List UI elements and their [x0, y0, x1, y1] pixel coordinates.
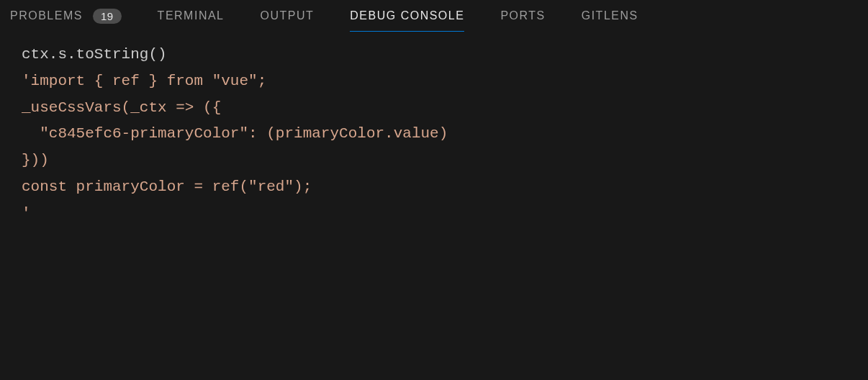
panel-tabs-bar: PROBLEMS 19 TERMINAL OUTPUT DEBUG CONSOL…: [0, 0, 868, 32]
tab-output[interactable]: OUTPUT: [261, 0, 315, 32]
tab-ports[interactable]: PORTS: [500, 0, 545, 32]
tab-terminal[interactable]: TERMINAL: [158, 0, 225, 32]
tab-debug-console[interactable]: DEBUG CONSOLE: [350, 0, 464, 32]
console-output-line: ': [22, 201, 846, 227]
debug-console-content[interactable]: ctx.s.toString() 'import { ref } from "v…: [0, 32, 868, 237]
console-output-line: _useCssVars(_ctx => ({: [22, 95, 846, 122]
tab-ports-label: PORTS: [500, 9, 545, 22]
tab-gitlens-label: GITLENS: [582, 9, 638, 22]
tab-output-label: OUTPUT: [261, 9, 315, 22]
console-input-expression: ctx.s.toString(): [22, 42, 846, 68]
console-output-line: 'import { ref } from "vue";: [22, 68, 846, 95]
console-output-line: })): [22, 148, 846, 174]
console-output-block: 'import { ref } from "vue"; _useCssVars(…: [22, 68, 846, 227]
tab-gitlens[interactable]: GITLENS: [582, 0, 638, 32]
problems-count-badge: 19: [93, 9, 122, 24]
console-output-line: const primaryColor = ref("red");: [22, 174, 846, 201]
tab-problems-label: PROBLEMS: [10, 9, 83, 22]
tab-debug-console-label: DEBUG CONSOLE: [350, 9, 464, 22]
console-output-line: "c845efc6-primaryColor": (primaryColor.v…: [22, 121, 846, 148]
tab-terminal-label: TERMINAL: [158, 9, 225, 22]
tab-problems[interactable]: PROBLEMS 19: [10, 0, 122, 32]
